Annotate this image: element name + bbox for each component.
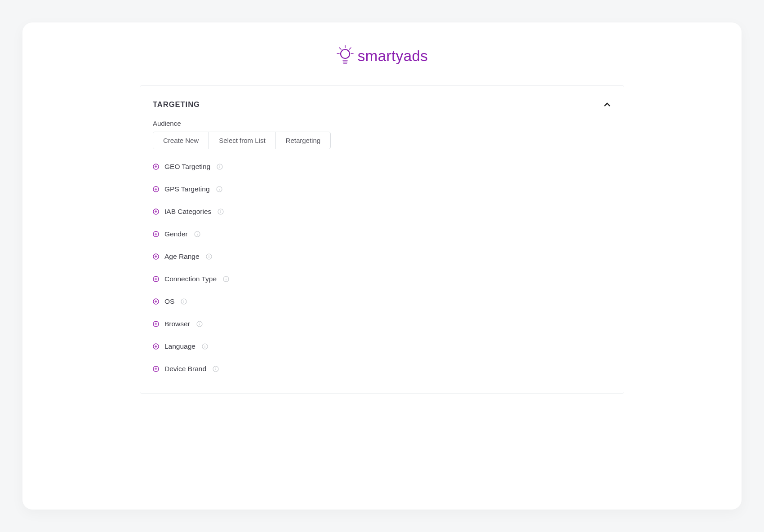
- info-icon[interactable]: [217, 164, 223, 170]
- logo-area: smartyads: [22, 45, 742, 67]
- svg-point-19: [219, 188, 219, 188]
- lightbulb-icon: [336, 45, 354, 67]
- plus-circle-icon: [153, 186, 159, 192]
- info-icon[interactable]: [223, 276, 229, 282]
- svg-point-67: [215, 368, 216, 368]
- option-connection-type[interactable]: Connection Type: [153, 275, 611, 283]
- svg-point-55: [199, 323, 200, 323]
- plus-circle-icon: [153, 253, 159, 260]
- option-label: IAB Categories: [164, 208, 211, 216]
- svg-point-61: [204, 345, 205, 346]
- info-icon[interactable]: [218, 208, 224, 215]
- create-new-button[interactable]: Create New: [153, 132, 209, 149]
- plus-circle-icon: [153, 366, 159, 372]
- svg-line-2: [349, 48, 351, 49]
- option-os[interactable]: OS: [153, 297, 611, 306]
- svg-point-5: [341, 49, 350, 58]
- option-label: GPS Targeting: [164, 185, 210, 193]
- option-label: GEO Targeting: [164, 163, 210, 171]
- option-age-range[interactable]: Age Range: [153, 253, 611, 261]
- svg-point-37: [209, 255, 209, 256]
- retargeting-button[interactable]: Retargeting: [276, 132, 331, 149]
- option-label: Language: [164, 342, 195, 350]
- info-icon[interactable]: [181, 298, 187, 305]
- audience-label: Audience: [153, 120, 611, 127]
- plus-circle-icon: [153, 298, 159, 305]
- info-icon[interactable]: [194, 231, 200, 237]
- plus-circle-icon: [153, 343, 159, 350]
- info-icon[interactable]: [216, 186, 222, 192]
- brand-name: smartyads: [358, 48, 428, 65]
- info-icon[interactable]: [213, 366, 219, 372]
- svg-point-25: [221, 210, 221, 211]
- targeting-options-list: GEO Targeting GPS Targeting IAB Catego: [153, 163, 611, 373]
- svg-point-49: [184, 300, 184, 301]
- audience-button-group: Create New Select from List Retargeting: [153, 132, 331, 149]
- svg-point-43: [226, 278, 226, 278]
- info-icon[interactable]: [206, 253, 212, 260]
- option-label: Age Range: [164, 253, 200, 261]
- info-icon[interactable]: [196, 321, 203, 327]
- svg-point-31: [197, 233, 197, 233]
- option-language[interactable]: Language: [153, 342, 611, 350]
- main-card: smartyads TARGETING Audience Create New …: [22, 22, 742, 510]
- option-iab-categories[interactable]: IAB Categories: [153, 208, 611, 216]
- plus-circle-icon: [153, 276, 159, 282]
- option-gps-targeting[interactable]: GPS Targeting: [153, 185, 611, 193]
- panel-header: TARGETING: [153, 100, 611, 109]
- svg-point-13: [220, 165, 220, 166]
- info-icon[interactable]: [202, 343, 208, 350]
- option-label: Browser: [164, 320, 190, 328]
- plus-circle-icon: [153, 164, 159, 170]
- svg-line-1: [339, 48, 341, 49]
- option-label: Gender: [164, 230, 188, 238]
- brand-logo: smartyads: [336, 45, 428, 67]
- option-label: Device Brand: [164, 365, 206, 373]
- option-browser[interactable]: Browser: [153, 320, 611, 328]
- option-geo-targeting[interactable]: GEO Targeting: [153, 163, 611, 171]
- targeting-panel: TARGETING Audience Create New Select fro…: [140, 85, 624, 394]
- plus-circle-icon: [153, 231, 159, 237]
- option-label: OS: [164, 297, 174, 306]
- select-from-list-button[interactable]: Select from List: [209, 132, 275, 149]
- panel-title: TARGETING: [153, 100, 200, 109]
- plus-circle-icon: [153, 208, 159, 215]
- chevron-up-icon[interactable]: [603, 101, 611, 109]
- option-label: Connection Type: [164, 275, 217, 283]
- option-device-brand[interactable]: Device Brand: [153, 365, 611, 373]
- plus-circle-icon: [153, 321, 159, 327]
- option-gender[interactable]: Gender: [153, 230, 611, 238]
